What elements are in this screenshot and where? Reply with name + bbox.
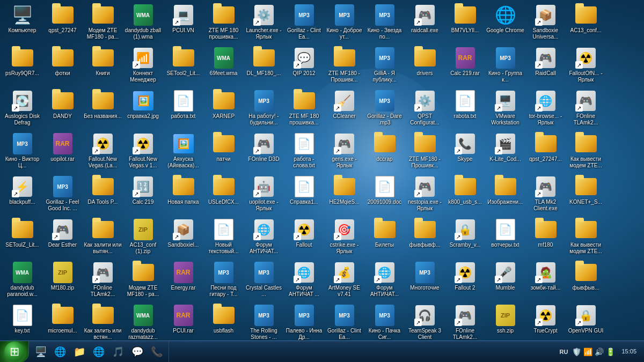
desktop-icon-forum_antichat2[interactable]: 🌐 ↗ Форум АНТИЧАТ ... bbox=[284, 260, 324, 302]
desktop-icon-bm7vlyil[interactable]: BM7VLYll... bbox=[445, 2, 485, 45]
desktop-icon-artmoney[interactable]: 💰 ↗ ArtMoney SE v7.41 bbox=[324, 260, 364, 302]
desktop-icon-cstrike[interactable]: 🎯 ↗ cstrike.exe - Ярлык bbox=[324, 217, 364, 260]
desktop-icon-drivers[interactable]: drivers bbox=[405, 45, 445, 88]
desktop-icon-sandboxie[interactable]: 📦 ↗ Sandboxie Universa... bbox=[525, 2, 566, 45]
desktop-icon-rabota_slova[interactable]: 📄 работа - слова.txt bbox=[284, 131, 324, 174]
desktop-icon-uopilot_exe[interactable]: 🤖 ↗ uopilot.exe - Ярлык bbox=[244, 174, 284, 217]
desktop-icon-dandy[interactable]: DANDY bbox=[42, 88, 83, 131]
desktop-icon-raidcall2[interactable]: 🎮 ↗ RaidCall bbox=[525, 45, 566, 88]
desktop-icon-auslogics[interactable]: 💽 ↗ Auslogics Disk Defrag bbox=[2, 88, 42, 131]
desktop-icon-klite[interactable]: 🎬 ↗ K-Lite_Cod... bbox=[485, 131, 525, 174]
desktop-icon-fallout[interactable]: ☢️ ↗ Fallout bbox=[284, 217, 324, 260]
desktop-icon-launcher[interactable]: ⚙️ ↗ Launcher.exe - Ярлык bbox=[244, 2, 284, 45]
desktop-icon-spravka2[interactable]: 🖼️ справка2.jpg bbox=[123, 88, 163, 131]
desktop-icon-gorillaz_clint2[interactable]: MP3 Gorillaz - Clint Ea... bbox=[324, 302, 364, 341]
quick-launch-chrome[interactable]: 🌐 bbox=[90, 343, 107, 360]
desktop-icon-teamspeak[interactable]: 🎧 ↗ TeamSpeak 3 Client bbox=[405, 302, 445, 341]
desktop-icon-tla_mk2[interactable]: 🎮 ↗ TLA Mk2 Client.exe bbox=[525, 174, 566, 217]
desktop-icon-bez_nazvania[interactable]: Без названия... bbox=[83, 88, 123, 131]
desktop-icon-tor_browser[interactable]: 🌐 ↗ tor-browse... - Ярлык bbox=[525, 88, 566, 131]
desktop-icon-fonline3[interactable]: 🎮 ↗ FOnline TLAmk2... bbox=[445, 302, 485, 341]
desktop-icon-zte_mf180_prow[interactable]: ZTE MF180 - Прошивк... bbox=[405, 131, 445, 174]
desktop-icon-setool2_2[interactable]: SEToulZ_Lit... bbox=[2, 217, 42, 260]
desktop-icon-palevo[interactable]: MP3 Палево - Инна Др... bbox=[284, 302, 324, 341]
desktop-icon-rabota_txt[interactable]: 📄 работа.txt bbox=[163, 88, 203, 131]
desktop-icon-dandydub2[interactable]: WMA dandydub paranoid.w... bbox=[2, 260, 42, 302]
desktop-icon-mf180_zip[interactable]: ZIP Mf180.zip bbox=[42, 260, 83, 302]
language-indicator[interactable]: RU bbox=[558, 348, 570, 356]
desktop-icon-fallout_nv_yarlik[interactable]: ☢️ ↗ FalloutOfN... - Ярлык bbox=[566, 45, 606, 88]
desktop-icon-patchi[interactable]: патчи bbox=[203, 131, 244, 174]
desktop-icon-fallout_nv_1[interactable]: ☢️ ↗ Fallout.New Vegas.v 1... bbox=[123, 131, 163, 174]
desktop-icon-20091009[interactable]: 📄 20091009.doc bbox=[364, 174, 405, 217]
desktop-icon-rabota_txt2[interactable]: 📄 rabota.txt bbox=[445, 88, 485, 131]
desktop-icon-noviy_txt[interactable]: 📄 Новый текстовый... bbox=[203, 217, 244, 260]
desktop-icon-calc219[interactable]: RAR Calc 219.rar bbox=[445, 45, 485, 88]
desktop-icon-gorillaz_clint[interactable]: MP3 Gorillaz - Clint Ea... bbox=[284, 2, 324, 45]
desktop-icon-gillia[interactable]: MP3 GilliA - Я публику... bbox=[364, 45, 405, 88]
desktop-icon-qpst[interactable]: qpst_27247 bbox=[42, 2, 83, 45]
desktop-icon-dl_mf180[interactable]: DL_MF180_... bbox=[244, 45, 284, 88]
clock[interactable]: 15:05 bbox=[617, 348, 641, 356]
desktop-icon-sandboxie_exe[interactable]: 📦 ↗ Sandboxiel... bbox=[163, 217, 203, 260]
desktop-icon-k800_usb[interactable]: k800_usb_s... bbox=[445, 174, 485, 217]
desktop-icon-ayavuska[interactable]: 🖼️ Аяхуска (Айяваска)... bbox=[163, 131, 203, 174]
desktop-icon-rolling_stones[interactable]: MP3 The Rolling Stones - ... bbox=[244, 302, 284, 341]
desktop-icon-gens_exe[interactable]: 🎮 ↗ gens.exe - Ярлык bbox=[324, 131, 364, 174]
desktop-icon-kino_viktor[interactable]: MP3 Кино - Виктор Ц... bbox=[2, 131, 42, 174]
desktop-icon-uopilot_rar[interactable]: RAR uopilot.rar bbox=[42, 131, 83, 174]
quick-launch-ie[interactable]: 🌐 bbox=[52, 343, 69, 360]
desktop-icon-zte_mf180_2[interactable]: ZTE MF180 - Прошивк... bbox=[324, 45, 364, 88]
desktop-icon-fyvfyvf[interactable]: фывфывф... bbox=[405, 217, 445, 260]
desktop-icon-knigi[interactable]: Книги bbox=[83, 45, 123, 88]
desktop-icon-fyvfyv[interactable]: фывфыв... bbox=[566, 260, 606, 302]
desktop-icon-ac13_conf[interactable]: AC13_conf... bbox=[566, 2, 606, 45]
quick-launch-show-desktop[interactable]: 🖥️ bbox=[32, 343, 49, 360]
start-button[interactable]: ⊞ bbox=[0, 341, 29, 363]
desktop-icon-setool2[interactable]: SETool2_Lit... bbox=[163, 45, 203, 88]
desktop-icon-na_rabotu[interactable]: MP3 На работу! - будильни... bbox=[244, 88, 284, 131]
desktop-icon-modem_zte[interactable]: Модем ZTE MF180 - ра... bbox=[83, 2, 123, 45]
desktop-icon-google_chrome[interactable]: 🌐 Google Chrome bbox=[485, 2, 525, 45]
desktop-icon-pcui2[interactable]: RAR PCUl.rar bbox=[163, 302, 203, 341]
desktop-icon-fonline_d3d[interactable]: 🎮 ↗ FOnline D3D bbox=[244, 131, 284, 174]
desktop-icon-openvpn[interactable]: 🔒 ↗ OpenVPN GUI bbox=[566, 302, 606, 341]
desktop-icon-kak_zalit2[interactable]: Как залить или встян... bbox=[83, 302, 123, 341]
desktop-icon-dccrap[interactable]: dccrap bbox=[364, 131, 405, 174]
desktop-icon-gorillaz_dare[interactable]: MP3 Gorillaz - Dare .mp3 bbox=[364, 88, 405, 131]
desktop-icon-ac13_conf2[interactable]: ZIP AC13_conf (1).zip bbox=[123, 217, 163, 260]
desktop-icon-microemul[interactable]: microemul... bbox=[42, 302, 83, 341]
desktop-icon-psruy9qr7[interactable]: psRuy9QR7... bbox=[2, 45, 42, 88]
desktop-icon-3g_modem[interactable]: 📶 ↗ Коннект Менеджер bbox=[123, 45, 163, 88]
desktop-icon-konet[interactable]: KONET+_S... bbox=[566, 174, 606, 217]
desktop-icon-nestopia[interactable]: 🎮 ↗ nestopia.exe - Ярлык bbox=[405, 174, 445, 217]
desktop-icon-pesni_pod[interactable]: MP3 Песни под гитару - Т... bbox=[203, 260, 244, 302]
desktop-icon-mumble[interactable]: 🎤 ↗ Mumble bbox=[485, 260, 525, 302]
desktop-icon-fotki[interactable]: фотки bbox=[42, 45, 83, 88]
desktop-icon-vothery[interactable]: 📄 вотчеры.txt bbox=[485, 217, 525, 260]
desktop-icon-dandydub3[interactable]: WMA dandydub razmatazz... bbox=[123, 302, 163, 341]
desktop-icon-kak_zalit[interactable]: Как залити или вытян... bbox=[83, 217, 123, 260]
desktop-icon-forum_antichat[interactable]: 🌐 ↗ Форум АНТИЧАТ... bbox=[244, 217, 284, 260]
quick-launch-folder[interactable]: 📁 bbox=[71, 343, 88, 360]
desktop-icon-blackpuff[interactable]: ⚡ ↗ blackpuff... bbox=[2, 174, 42, 217]
desktop-icon-kino_zvezda[interactable]: MP3 Кино - Звезда по... bbox=[364, 2, 405, 45]
desktop-icon-forum_antichat3[interactable]: 🌐 ↗ Форум АНТИЧАТ... bbox=[364, 260, 405, 302]
desktop-icon-kino_dobroe[interactable]: MP3 Кино - Доброе ут... bbox=[324, 2, 364, 45]
desktop-icon-ccleaner[interactable]: 🧹 ↗ CCleaner bbox=[324, 88, 364, 131]
desktop-icon-zte_mf180_prom[interactable]: ZTE MF 180 прошивка... bbox=[284, 88, 324, 131]
desktop-icon-novaya_papka[interactable]: Новая папка bbox=[163, 174, 203, 217]
desktop-icon-scramby[interactable]: 🔒 ↗ Scramby_v... bbox=[445, 217, 485, 260]
quick-launch-media[interactable]: 🎵 bbox=[109, 343, 127, 360]
quick-launch-skype2[interactable]: 📞 bbox=[148, 343, 165, 360]
desktop-icon-kino_gruppa[interactable]: MP3 Кино - Группа к... bbox=[485, 45, 525, 88]
desktop-icon-zte_mf180[interactable]: ZTE MF 180 прошивка... bbox=[203, 2, 244, 45]
desktop-icon-he2mqies[interactable]: HE2MqieS... bbox=[324, 174, 364, 217]
desktop-icon-fallout2[interactable]: ☢️ ↗ Fallout 2 bbox=[445, 260, 485, 302]
desktop-icon-mnogtochie[interactable]: MP3 Многоточие bbox=[405, 260, 445, 302]
desktop-icon-spravka1[interactable]: 📄 Справка1... bbox=[284, 174, 324, 217]
desktop-icon-fonline[interactable]: 🎮 ↗ FOnline TLAmk2... bbox=[566, 88, 606, 131]
desktop-icon-qpst_conf[interactable]: ⚙️ ↗ QPST Configurat... bbox=[405, 88, 445, 131]
desktop-icon-kak_vyvesti2[interactable]: Как вывести модем ZTE... bbox=[566, 217, 606, 260]
desktop-icon-gorillaz_feel[interactable]: MP3 Gorillaz - Feel Good Inc. ... bbox=[42, 174, 83, 217]
